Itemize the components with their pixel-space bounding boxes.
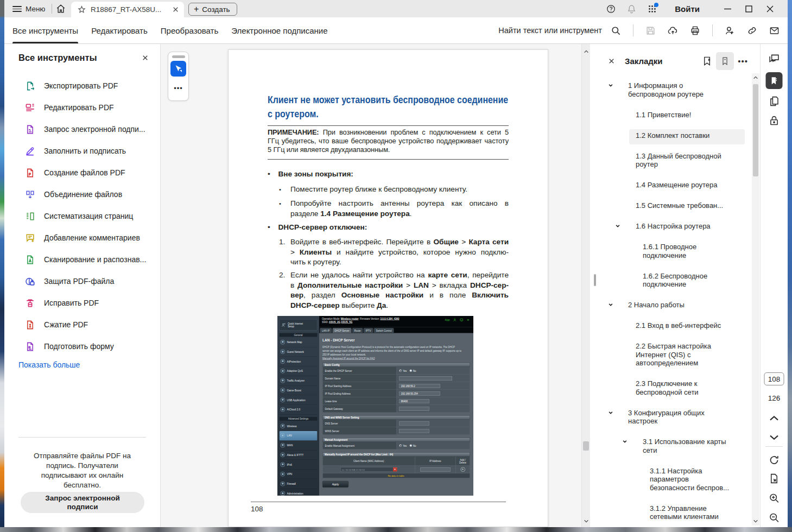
scroll-down-icon[interactable] — [753, 518, 758, 524]
bookmark-item[interactable]: 3.1 Использование карты сети — [590, 438, 760, 454]
print-icon[interactable] — [690, 26, 700, 36]
select-tool-button[interactable] — [170, 61, 186, 77]
pool-start-input[interactable]: 192.168.50.2 — [400, 384, 440, 388]
tool-item-repair-pdf[interactable]: Исправить PDF — [4, 292, 160, 314]
window-close-button[interactable] — [766, 5, 774, 12]
router-nav-item[interactable]: USB Application — [280, 395, 318, 405]
router-apply-button[interactable]: Apply — [322, 481, 349, 487]
toolbar-tab-edit[interactable]: Редактировать — [91, 17, 148, 43]
tab-close-icon[interactable] — [172, 6, 179, 13]
bookmark-item[interactable]: 1.6 Настройка роутера — [590, 222, 760, 231]
add-user-icon[interactable] — [725, 26, 735, 36]
tool-item-fill-sign[interactable]: Заполнить и подписать — [4, 140, 160, 162]
bookmarks-more-icon[interactable]: ••• — [738, 56, 748, 66]
router-tab[interactable]: Route — [352, 328, 363, 333]
create-button[interactable]: + Создать — [188, 3, 237, 16]
router-nav-item[interactable]: Network Map — [280, 338, 318, 347]
router-nav-item[interactable]: Administration — [280, 489, 318, 496]
comments-tool-icon[interactable] — [769, 53, 780, 64]
bookmark-item[interactable]: 2 Начало работы — [590, 301, 760, 309]
tool-item-compress-pdf[interactable]: Сжатие PDF — [4, 314, 160, 335]
bookmark-item[interactable]: 1 Информация о беспроводном роутере — [590, 81, 760, 98]
zoom-out-icon[interactable] — [769, 512, 780, 523]
router-nav-item[interactable]: WAN — [280, 441, 318, 451]
client-name-select[interactable]: ex: 00:04:EA:12:34:56 ▼ — [340, 467, 397, 472]
show-more-link[interactable]: Показать больше — [18, 360, 160, 369]
router-nav-item[interactable]: Traffic Analyzer — [280, 376, 318, 386]
router-nav-item[interactable]: Firewall — [280, 479, 318, 489]
toolbar-tab-all-tools[interactable]: Все инструменты — [12, 17, 78, 43]
bookmark-item[interactable]: 1.1 Приветствие! — [590, 111, 760, 119]
router-nav-item[interactable]: Guest Network — [280, 347, 318, 357]
page-view-icon[interactable] — [769, 473, 780, 484]
protection-tool-icon[interactable] — [769, 115, 780, 126]
add-bookmark-icon[interactable] — [702, 56, 712, 66]
bookmark-item[interactable]: 2.3 Подключение к беспроводной сети — [590, 379, 760, 396]
sign-in-button[interactable]: Войти — [675, 4, 700, 14]
chevron-down-icon[interactable] — [608, 410, 613, 415]
menu-button[interactable]: Меню — [12, 3, 46, 15]
domain-name-input[interactable] — [400, 376, 453, 381]
manual-no-radio[interactable]: No — [409, 444, 416, 447]
add-row-button[interactable]: + — [460, 467, 465, 472]
document-scrollbar[interactable] — [581, 44, 590, 527]
tool-item-request-signatures[interactable]: Запрос электронной подпи... — [4, 118, 160, 140]
scroll-down-icon[interactable] — [584, 518, 589, 524]
dns-server-input[interactable] — [400, 421, 429, 426]
apps-grid-icon[interactable] — [648, 4, 657, 14]
refresh-icon[interactable] — [769, 454, 780, 466]
bookmarks-scrollbar[interactable] — [752, 73, 759, 525]
router-nav-item[interactable]: LAN — [280, 431, 318, 441]
router-faq-link[interactable]: Manually Assigned IP around the DHCP lis… — [322, 357, 375, 360]
search-icon[interactable] — [611, 26, 621, 36]
router-tab[interactable]: DHCP Server — [332, 328, 351, 333]
scroll-up-icon[interactable] — [753, 75, 758, 80]
bookmark-item[interactable]: 1.4 Размещение роутера — [590, 181, 760, 189]
tool-item-create-pdf[interactable]: Создание файлов PDF — [4, 162, 160, 183]
tools-panel-close-icon[interactable] — [142, 54, 149, 61]
default-gateway-input[interactable] — [400, 407, 429, 411]
tool-item-edit-pdf[interactable]: Редактировать PDF — [4, 97, 160, 118]
star-icon[interactable] — [78, 5, 86, 14]
tool-item-combine-files[interactable]: Объединение файлов — [4, 183, 160, 205]
tool-item-protect-pdf[interactable]: Защита PDF-файла — [4, 270, 160, 292]
select-dropdown-arrow[interactable]: ▼ — [393, 467, 397, 472]
window-maximize-button[interactable] — [745, 5, 752, 12]
tool-item-scan-ocr[interactable]: Сканирование и распознав... — [4, 249, 160, 270]
request-signatures-button[interactable]: Запрос электронной подписи — [21, 492, 144, 513]
chevron-down-icon[interactable] — [615, 223, 620, 229]
router-nav-item[interactable]: IPv6 — [280, 460, 318, 470]
tool-item-prepare-form[interactable]: Подготовить форму — [4, 335, 160, 357]
help-icon[interactable] — [606, 4, 616, 14]
palette-more-icon[interactable]: ••• — [168, 84, 188, 92]
bookmarks-tool-icon[interactable] — [766, 72, 783, 89]
link-icon[interactable] — [747, 26, 757, 36]
router-nav-item[interactable]: Adaptive QoS — [280, 366, 318, 376]
scroll-up-icon[interactable] — [584, 49, 589, 54]
tool-item-add-comments[interactable]: Добавление комментариев — [4, 227, 160, 249]
router-nav-qis[interactable]: Quick Internet Setup — [280, 319, 318, 331]
tool-item-export-pdf[interactable]: Экспортировать PDF — [4, 75, 160, 97]
zoom-in-icon[interactable] — [769, 492, 780, 504]
chevron-down-icon[interactable] — [622, 439, 628, 444]
router-tab[interactable]: IPTV — [363, 328, 373, 333]
current-bookmark-icon[interactable] — [716, 52, 734, 70]
router-nav-item[interactable]: VPN — [280, 470, 318, 479]
router-tab[interactable]: LAN IP — [320, 328, 332, 333]
bookmark-item[interactable]: 2.1 Вход в веб-интерфейс — [590, 321, 760, 330]
previous-page-icon[interactable] — [769, 415, 780, 422]
next-page-icon[interactable] — [769, 434, 780, 442]
bookmark-item[interactable]: 1.3 Данный беспроводной роутер — [590, 152, 760, 169]
share-upload-icon[interactable] — [668, 26, 678, 36]
copy-pages-tool-icon[interactable] — [769, 96, 780, 107]
bookmark-item[interactable]: 1.5 Системные требован... — [590, 201, 760, 210]
dhcp-no-radio[interactable]: No — [409, 369, 416, 372]
home-button[interactable] — [56, 4, 66, 14]
router-nav-item[interactable]: AiProtection — [280, 357, 318, 366]
bookmark-item[interactable]: 3 Конфигурация общих настроек — [590, 409, 760, 426]
router-nav-item[interactable]: Alexa & IFTTT — [280, 450, 318, 460]
search-label[interactable]: Найти текст или инструмент — [498, 26, 602, 35]
dhcp-yes-radio[interactable]: Yes — [400, 369, 407, 372]
notifications-bell-icon[interactable] — [627, 4, 636, 14]
bookmark-item[interactable]: 1.2 Комплект поставки — [590, 131, 760, 140]
